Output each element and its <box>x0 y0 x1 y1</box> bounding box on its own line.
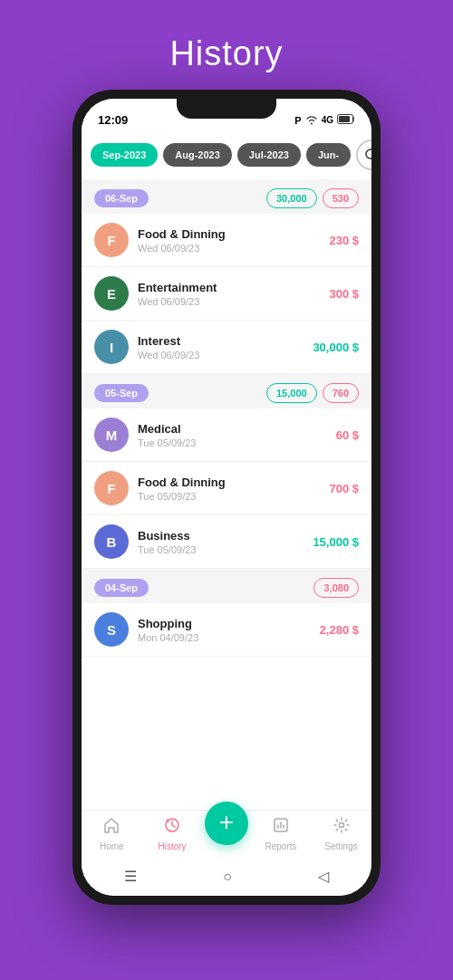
tab-sep2023[interactable]: Sep-2023 <box>91 143 158 167</box>
expense-badge-sep06: 530 <box>323 188 359 208</box>
menu-icon: ☰ <box>124 868 137 885</box>
tx-date-5: Tue 05/09/23 <box>138 491 329 502</box>
status-icons: P 4G <box>294 114 355 127</box>
tx-amount-4: 60 $ <box>336 428 359 442</box>
tx-name-7: Shopping <box>138 617 320 630</box>
signal-icon: 4G <box>322 115 333 125</box>
expense-badge-sep05: 760 <box>323 383 359 403</box>
tx-info-5: Food & Dinning Tue 05/09/23 <box>138 476 329 502</box>
tx-name-6: Business <box>138 529 313 543</box>
transaction-food-dinning-2: F Food & Dinning Tue 05/09/23 700 $ <box>82 462 371 515</box>
tx-date-1: Wed 06/09/23 <box>138 243 329 254</box>
date-badge-sep04: 04-Sep <box>94 579 149 597</box>
transaction-interest: I Interest Wed 06/09/23 30,000 $ <box>82 321 371 374</box>
tx-info-2: Entertainment Wed 06/09/23 <box>138 281 329 307</box>
settings-icon <box>333 816 351 839</box>
date-totals-sep06: 30,000 530 <box>266 188 359 208</box>
p-icon: P <box>294 115 301 126</box>
tx-name-2: Entertainment <box>138 281 329 294</box>
nav-home[interactable]: Home <box>82 816 142 851</box>
nav-history[interactable]: History <box>142 816 203 851</box>
tx-amount-1: 230 $ <box>329 234 359 247</box>
svg-rect-1 <box>339 116 350 122</box>
wifi-icon <box>305 114 318 127</box>
page-title: History <box>169 34 283 73</box>
notch <box>177 99 276 119</box>
tx-amount-2: 300 $ <box>329 287 359 301</box>
tx-date-2: Wed 06/09/23 <box>138 296 329 307</box>
tx-info-1: Food & Dinning Wed 06/09/23 <box>138 227 329 254</box>
avatar-s: S <box>94 612 129 647</box>
nav-settings-label: Settings <box>325 841 358 851</box>
transaction-medical: M Medical Tue 05/09/23 60 $ <box>82 408 371 462</box>
date-totals-sep04: 3,080 <box>313 578 359 598</box>
tx-info-4: Medical Tue 05/09/23 <box>138 422 336 448</box>
back-icon: ◁ <box>318 868 329 885</box>
search-icon <box>364 148 371 162</box>
date-badge-sep06: 06-Sep <box>94 189 149 207</box>
avatar-e: E <box>94 276 129 311</box>
search-button[interactable] <box>356 139 371 170</box>
tx-info-3: Interest Wed 06/09/23 <box>138 334 313 360</box>
tx-date-7: Mon 04/09/23 <box>138 632 320 643</box>
fab-add-button[interactable]: + <box>205 802 248 845</box>
nav-reports-label: Reports <box>265 841 297 851</box>
tx-date-6: Tue 05/09/23 <box>138 544 313 555</box>
nav-home-label: Home <box>100 841 124 851</box>
fab-button[interactable]: + <box>202 823 250 845</box>
home-icon <box>102 816 120 839</box>
home-circle-icon: ○ <box>223 869 232 885</box>
avatar-m: M <box>94 418 129 452</box>
tx-date-4: Tue 05/09/23 <box>138 437 336 448</box>
expense-badge-sep04: 3,080 <box>313 578 359 598</box>
svg-point-2 <box>366 149 371 159</box>
tx-amount-5: 700 $ <box>329 482 359 495</box>
date-totals-sep05: 15,000 760 <box>266 383 359 403</box>
avatar-b: B <box>94 524 129 559</box>
date-badge-sep05: 05-Sep <box>94 384 149 402</box>
tx-name-5: Food & Dinning <box>138 476 329 489</box>
tab-jun2023[interactable]: Jun- <box>306 143 351 167</box>
transaction-entertainment: E Entertainment Wed 06/09/23 300 $ <box>82 267 371 321</box>
add-icon: + <box>219 810 234 835</box>
tx-amount-7: 2,280 $ <box>320 623 359 637</box>
history-icon <box>163 816 181 839</box>
date-header-sep04: 04-Sep 3,080 <box>82 569 371 603</box>
phone-screen: 12:09 P 4G <box>82 99 371 896</box>
month-tabs-container: Sep-2023 Aug-2023 Jul-2023 Jun- <box>82 130 371 179</box>
svg-point-6 <box>339 823 343 828</box>
income-badge-sep05: 15,000 <box>266 383 317 403</box>
reports-icon <box>272 816 290 839</box>
tx-name-4: Medical <box>138 422 336 436</box>
tx-amount-3: 30,000 $ <box>313 341 359 354</box>
tx-amount-6: 15,000 $ <box>313 535 359 549</box>
nav-reports[interactable]: Reports <box>251 816 312 851</box>
transaction-shopping: S Shopping Mon 04/09/23 2,280 $ <box>82 603 371 657</box>
income-badge-sep06: 30,000 <box>266 188 317 208</box>
android-nav-bar: ☰ ○ ◁ <box>82 860 371 896</box>
tx-date-3: Wed 06/09/23 <box>138 350 313 360</box>
avatar-f-2: F <box>94 471 129 505</box>
tab-jul2023[interactable]: Jul-2023 <box>237 143 301 167</box>
battery-icon <box>337 114 355 126</box>
date-header-sep06: 06-Sep 30,000 530 <box>82 179 371 214</box>
avatar-f-1: F <box>94 223 129 257</box>
tab-aug2023[interactable]: Aug-2023 <box>163 143 232 167</box>
transaction-business: B Business Tue 05/09/23 15,000 $ <box>82 515 371 569</box>
nav-history-label: History <box>158 841 186 851</box>
tx-info-6: Business Tue 05/09/23 <box>138 529 313 555</box>
date-header-sep05: 05-Sep 15,000 760 <box>82 374 371 408</box>
nav-settings[interactable]: Settings <box>311 816 371 851</box>
content-area: 06-Sep 30,000 530 F Food & Dinning Wed 0… <box>82 179 371 810</box>
tx-info-7: Shopping Mon 04/09/23 <box>138 617 320 643</box>
tx-name-1: Food & Dinning <box>138 227 329 241</box>
tx-name-3: Interest <box>138 334 313 348</box>
status-time: 12:09 <box>98 113 128 127</box>
bottom-nav: Home History + <box>82 810 371 860</box>
avatar-i: I <box>94 330 129 364</box>
phone-wrapper: 12:09 P 4G <box>72 90 381 905</box>
transaction-food-dinning-1: F Food & Dinning Wed 06/09/23 230 $ <box>82 214 371 267</box>
